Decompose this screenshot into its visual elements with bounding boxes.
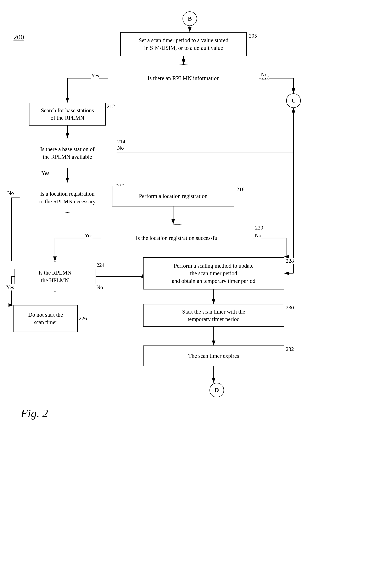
ref-218: 218 <box>236 186 244 193</box>
diamond-216: Is a location registrationto the RPLMN n… <box>20 183 115 213</box>
figure-label: Fig. 2 <box>21 407 48 420</box>
ref-226: 226 <box>79 315 87 322</box>
label-no-rplmn: No <box>261 72 268 78</box>
box-205: Set a scan timer period to a value store… <box>120 32 247 56</box>
diamond-220: Is the location registration successful <box>102 224 253 252</box>
label-yes-locsucc: Yes <box>84 232 92 239</box>
label-no-locreg: No <box>7 190 14 196</box>
box-228: Perform a scaling method to updatethe sc… <box>143 257 284 289</box>
label-yes-rplmn: Yes <box>91 73 99 79</box>
ref-220: 220 <box>255 225 263 231</box>
ref-228: 228 <box>286 258 294 264</box>
ref-205: 205 <box>249 33 257 39</box>
ref-230: 230 <box>286 305 294 311</box>
box-218: Perform a location registration <box>112 186 234 207</box>
circle-B: B <box>182 12 197 26</box>
diamond-210: Is there an RPLMN information <box>108 64 259 92</box>
box-232: The scan timer expires <box>143 345 284 366</box>
box-230: Start the scan timer with thetemporary t… <box>143 304 284 327</box>
label-200: 200 <box>14 33 24 41</box>
diagram-container: B 200 Set a scan timer period to a value… <box>0 0 392 586</box>
label-yes-base: Yes <box>42 170 49 176</box>
box-212: Search for base stationsof the RPLMN <box>29 103 106 126</box>
diamond-214: Is there a base station ofthe RPLMN avai… <box>19 138 116 168</box>
box-226: Do not start thescan timer <box>14 305 78 332</box>
ref-224: 224 <box>96 262 104 268</box>
label-no-locsucc: No <box>255 232 261 239</box>
ref-212: 212 <box>107 103 115 110</box>
ref-232: 232 <box>286 346 294 352</box>
circle-C: C <box>286 93 301 108</box>
circle-D: D <box>210 383 224 397</box>
diamond-224: Is the RPLMNthe HPLMN <box>14 261 96 292</box>
label-no-hplmn: No <box>96 284 103 291</box>
label-yes-hplmn: Yes <box>6 284 14 291</box>
ref-214: 214No <box>117 139 125 151</box>
